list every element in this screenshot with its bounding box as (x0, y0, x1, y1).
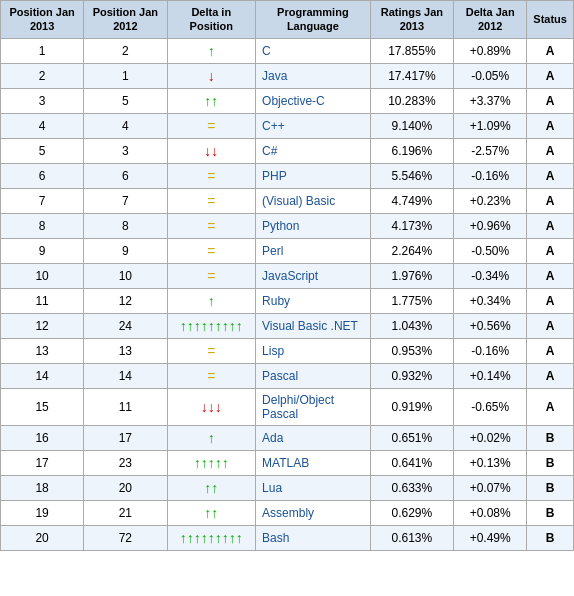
language-name: (Visual) Basic (256, 188, 371, 213)
status-badge: A (527, 363, 574, 388)
status-badge: A (527, 88, 574, 113)
status-badge: A (527, 188, 574, 213)
delta-rating-value: +0.96% (454, 213, 527, 238)
language-name: Perl (256, 238, 371, 263)
status-badge: B (527, 475, 574, 500)
table-row: 4 4 = C++ 9.140% +1.09% A (1, 113, 574, 138)
delta-position: ↓↓ (167, 138, 256, 163)
language-name: Ada (256, 425, 371, 450)
pos-2012: 12 (84, 288, 167, 313)
rating-value: 1.775% (370, 288, 453, 313)
delta-rating-value: +0.56% (454, 313, 527, 338)
language-name: C (256, 38, 371, 63)
header-delta-pos: Delta in Position (167, 1, 256, 39)
delta-position: ↑↑↑↑↑↑↑↑↑ (167, 313, 256, 338)
rating-value: 17.855% (370, 38, 453, 63)
rating-value: 10.283% (370, 88, 453, 113)
pos-2012: 20 (84, 475, 167, 500)
delta-rating-value: +0.08% (454, 500, 527, 525)
delta-rating-value: +0.07% (454, 475, 527, 500)
table-row: 17 23 ↑↑↑↑↑ MATLAB 0.641% +0.13% B (1, 450, 574, 475)
table-row: 2 1 ↓ Java 17.417% -0.05% A (1, 63, 574, 88)
delta-rating-value: +0.02% (454, 425, 527, 450)
rating-value: 6.196% (370, 138, 453, 163)
status-badge: A (527, 313, 574, 338)
header-delta-rating: Delta Jan 2012 (454, 1, 527, 39)
status-badge: B (527, 500, 574, 525)
language-name: C++ (256, 113, 371, 138)
delta-rating-value: -0.34% (454, 263, 527, 288)
table-row: 3 5 ↑↑ Objective-C 10.283% +3.37% A (1, 88, 574, 113)
delta-position: = (167, 188, 256, 213)
pos-2013: 15 (1, 388, 84, 425)
table-row: 5 3 ↓↓ C# 6.196% -2.57% A (1, 138, 574, 163)
table-row: 11 12 ↑ Ruby 1.775% +0.34% A (1, 288, 574, 313)
delta-rating-value: +0.13% (454, 450, 527, 475)
pos-2013: 20 (1, 525, 84, 550)
rating-value: 4.173% (370, 213, 453, 238)
delta-rating-value: -2.57% (454, 138, 527, 163)
status-badge: A (527, 338, 574, 363)
delta-position: ↑↑ (167, 500, 256, 525)
pos-2012: 8 (84, 213, 167, 238)
pos-2013: 13 (1, 338, 84, 363)
language-name: Bash (256, 525, 371, 550)
status-badge: A (527, 38, 574, 63)
delta-rating-value: +3.37% (454, 88, 527, 113)
table-row: 16 17 ↑ Ada 0.651% +0.02% B (1, 425, 574, 450)
rating-value: 9.140% (370, 113, 453, 138)
rating-value: 0.953% (370, 338, 453, 363)
pos-2013: 6 (1, 163, 84, 188)
table-row: 15 11 ↓↓↓ Delphi/Object Pascal 0.919% -0… (1, 388, 574, 425)
table-row: 1 2 ↑ C 17.855% +0.89% A (1, 38, 574, 63)
pos-2013: 2 (1, 63, 84, 88)
table-row: 14 14 = Pascal 0.932% +0.14% A (1, 363, 574, 388)
status-badge: A (527, 263, 574, 288)
delta-rating-value: -0.50% (454, 238, 527, 263)
pos-2012: 9 (84, 238, 167, 263)
delta-position: = (167, 113, 256, 138)
delta-rating-value: +0.23% (454, 188, 527, 213)
rating-value: 0.633% (370, 475, 453, 500)
pos-2012: 21 (84, 500, 167, 525)
pos-2013: 1 (1, 38, 84, 63)
delta-rating-value: +0.49% (454, 525, 527, 550)
pos-2013: 10 (1, 263, 84, 288)
delta-position: ↑↑ (167, 88, 256, 113)
pos-2012: 23 (84, 450, 167, 475)
language-name: Visual Basic .NET (256, 313, 371, 338)
rating-value: 0.932% (370, 363, 453, 388)
pos-2013: 18 (1, 475, 84, 500)
pos-2012: 14 (84, 363, 167, 388)
pos-2012: 11 (84, 388, 167, 425)
pos-2013: 9 (1, 238, 84, 263)
language-name: Delphi/Object Pascal (256, 388, 371, 425)
delta-position: = (167, 338, 256, 363)
language-name: MATLAB (256, 450, 371, 475)
pos-2013: 19 (1, 500, 84, 525)
pos-2013: 3 (1, 88, 84, 113)
pos-2012: 4 (84, 113, 167, 138)
delta-rating-value: +0.34% (454, 288, 527, 313)
rating-value: 0.651% (370, 425, 453, 450)
table-row: 8 8 = Python 4.173% +0.96% A (1, 213, 574, 238)
table-row: 13 13 = Lisp 0.953% -0.16% A (1, 338, 574, 363)
table-row: 9 9 = Perl 2.264% -0.50% A (1, 238, 574, 263)
table-row: 12 24 ↑↑↑↑↑↑↑↑↑ Visual Basic .NET 1.043%… (1, 313, 574, 338)
pos-2012: 3 (84, 138, 167, 163)
language-name: Lisp (256, 338, 371, 363)
rankings-table: Position Jan 2013 Position Jan 2012 Delt… (0, 0, 574, 551)
status-badge: A (527, 213, 574, 238)
pos-2013: 14 (1, 363, 84, 388)
language-name: Pascal (256, 363, 371, 388)
delta-position: ↓ (167, 63, 256, 88)
language-name: PHP (256, 163, 371, 188)
pos-2013: 4 (1, 113, 84, 138)
language-name: JavaScript (256, 263, 371, 288)
pos-2012: 7 (84, 188, 167, 213)
status-badge: B (527, 525, 574, 550)
rating-value: 1.043% (370, 313, 453, 338)
pos-2012: 10 (84, 263, 167, 288)
rating-value: 2.264% (370, 238, 453, 263)
pos-2012: 2 (84, 38, 167, 63)
